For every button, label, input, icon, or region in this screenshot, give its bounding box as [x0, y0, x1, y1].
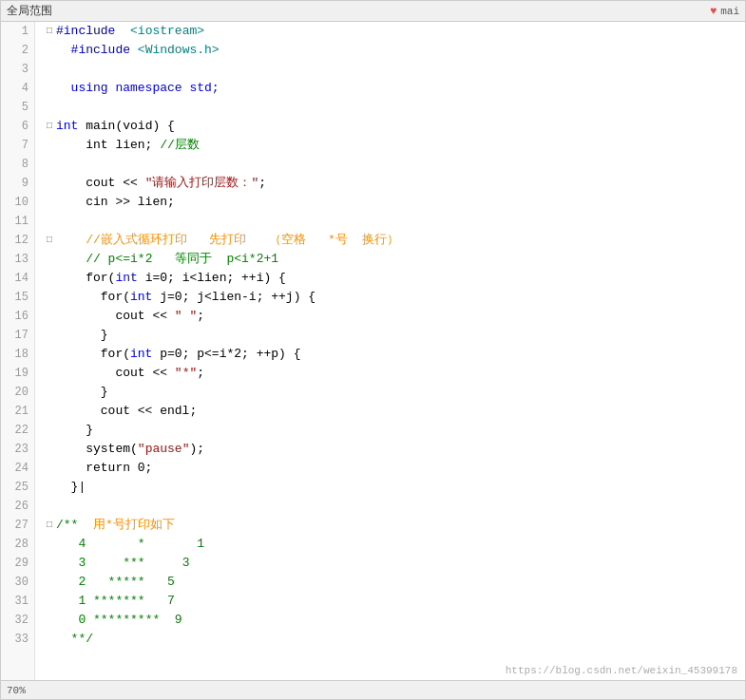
token: cout << endl; [56, 402, 197, 421]
code-line: system("pause"); [43, 440, 745, 459]
token: 1 [145, 535, 204, 554]
token: **/ [56, 630, 93, 649]
token: * [86, 535, 144, 554]
token: for( [56, 269, 115, 288]
token: "pause" [138, 440, 190, 459]
line-number: 20 [1, 383, 34, 402]
line-numbers: 1234567891011121314151617181920212223242… [1, 22, 35, 680]
token: 3 [145, 554, 190, 573]
token: j=0; j<lien-i; ++j) { [152, 288, 316, 307]
token: 0 [56, 611, 86, 630]
token: int [115, 269, 137, 288]
token: p=0; p<=i*2; ++p) { [152, 345, 300, 364]
toolbar-right: ♥ mai [710, 5, 739, 18]
code-line: }| [43, 478, 745, 497]
code-line: for(int j=0; j<lien-i; ++j) { [43, 288, 745, 307]
fold-icon[interactable]: □ [43, 25, 56, 38]
line-number: 29 [1, 554, 34, 573]
fold-icon[interactable]: □ [43, 519, 56, 532]
code-line: // p<=i*2 等同于 p<i*2+1 [43, 250, 745, 269]
line-number: 1 [1, 22, 34, 41]
token: *** [86, 554, 144, 573]
code-line: 4 * 1 [43, 535, 745, 554]
code-line: cout << "*"; [43, 364, 745, 383]
line-number: 6 [1, 117, 34, 136]
token: i=0; i<lien; ++i) { [138, 269, 286, 288]
line-number: 13 [1, 250, 34, 269]
scope-label: 全局范围 [7, 3, 52, 19]
token: 用*号打印如下 [86, 516, 175, 535]
code-line: cout << " "; [43, 307, 745, 326]
toolbar: 全局范围 ♥ mai [1, 1, 745, 22]
token: ********* [86, 611, 160, 630]
line-number: 19 [1, 364, 34, 383]
token: <iostream> [130, 22, 204, 41]
token: for( [56, 345, 130, 364]
zoom-value: 70% [7, 685, 26, 696]
token: 2 [56, 573, 86, 592]
token: for( [56, 288, 130, 307]
code-content[interactable]: □#include <iostream> #include <Windows.h… [35, 22, 745, 680]
token: cout << [56, 364, 175, 383]
line-number: 7 [1, 136, 34, 155]
token: int [130, 288, 152, 307]
line-number: 28 [1, 535, 34, 554]
line-number: 23 [1, 440, 34, 459]
code-line: □int main(void) { [43, 117, 745, 136]
token: 7 [145, 592, 175, 611]
line-number: 17 [1, 326, 34, 345]
token: } [56, 383, 108, 402]
token: 5 [145, 573, 175, 592]
code-line: for(int i=0; i<lien; ++i) { [43, 269, 745, 288]
line-number: 31 [1, 592, 34, 611]
code-line: using namespace std; [43, 79, 745, 98]
watermark: https://blog.csdn.net/weixin_45399178 [506, 665, 737, 676]
tab-indicator: mai [720, 6, 739, 17]
fold-icon[interactable]: □ [43, 234, 56, 247]
code-line: return 0; [43, 459, 745, 478]
heart-icon: ♥ [710, 5, 717, 18]
line-number: 5 [1, 98, 34, 117]
line-number: 4 [1, 79, 34, 98]
code-line: #include <Windows.h> [43, 41, 745, 60]
token: cout << [56, 174, 145, 193]
token: 9 [160, 611, 182, 630]
line-number: 21 [1, 402, 34, 421]
token: #include [56, 22, 115, 41]
token: 1 [56, 592, 86, 611]
code-line [43, 60, 745, 79]
line-number: 2 [1, 41, 34, 60]
token: ******* [86, 592, 144, 611]
code-line: for(int p=0; p<=i*2; ++p) { [43, 345, 745, 364]
line-number: 12 [1, 231, 34, 250]
token: cout << [56, 307, 175, 326]
code-line: 2 ***** 5 [43, 573, 745, 592]
line-number: 18 [1, 345, 34, 364]
token: /** [56, 516, 86, 535]
token: <Windows.h> [138, 41, 220, 60]
token: ); [189, 440, 204, 459]
code-line: **/ [43, 630, 745, 649]
token: ; [258, 174, 266, 193]
code-line: int lien; //层数 [43, 136, 745, 155]
code-line: cout << endl; [43, 402, 745, 421]
line-number: 24 [1, 459, 34, 478]
fold-icon[interactable]: □ [43, 120, 56, 133]
code-line: } [43, 421, 745, 440]
token: 4 [56, 535, 86, 554]
token: "请输入打印层数：" [145, 174, 259, 193]
token [56, 231, 86, 250]
token: int lien; [56, 136, 160, 155]
token: } [56, 421, 93, 440]
code-line: 1 ******* 7 [43, 592, 745, 611]
code-line [43, 497, 745, 516]
token: //嵌入式循环打印 先打印 （空格 *号 换行） [86, 231, 399, 250]
code-line: 3 *** 3 [43, 554, 745, 573]
token: ; [197, 307, 204, 326]
token: ; [197, 364, 204, 383]
token: int [130, 345, 152, 364]
line-number: 16 [1, 307, 34, 326]
token [56, 250, 86, 269]
code-line: □ //嵌入式循环打印 先打印 （空格 *号 换行） [43, 231, 745, 250]
token: "*" [175, 364, 197, 383]
